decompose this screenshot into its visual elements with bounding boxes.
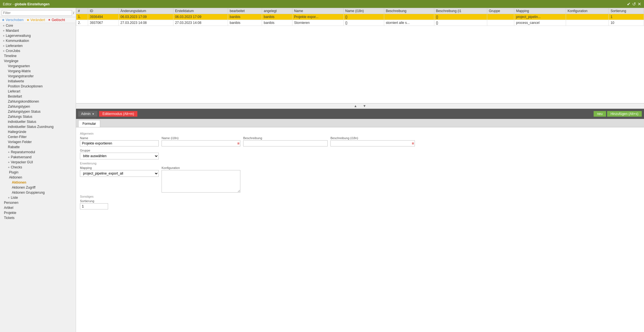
beschreibung18n-input-wrapper: ≡	[330, 140, 415, 146]
col-header-gruppe[interactable]: Gruppe	[487, 8, 514, 14]
info-icon[interactable]: i	[73, 11, 74, 15]
sidebar-item-bestellart[interactable]: Bestellart	[0, 94, 76, 99]
section-erweiterung: Erweiterung	[80, 162, 640, 165]
table-cell: 06.03.2023 17:09	[173, 14, 228, 20]
col-header-mapping[interactable]: Mapping	[514, 8, 566, 14]
dropdown-arrow-icon: ▼	[92, 112, 95, 116]
filter-bar: i	[0, 9, 76, 17]
mapping-select[interactable]: project_pipeline_export_all	[80, 170, 159, 177]
gruppe-select[interactable]: bitte auswählen	[80, 153, 159, 159]
sidebar-item-vorlagen-felder[interactable]: Vorlagen Felder	[0, 139, 76, 144]
section-allgemein: Allgemein	[80, 132, 640, 135]
sidebar-item-kommunikation[interactable]: +Kommunikation	[0, 38, 76, 43]
refresh-icon[interactable]: ↺	[632, 1, 636, 7]
table-cell: banibis	[228, 20, 262, 26]
close-icon[interactable]: ✕	[638, 1, 641, 7]
sidebar-item-paketversand[interactable]: +Paketversand	[0, 155, 76, 160]
table-row[interactable]: 1.393649406.03.2023 17:0906.03.2023 17:0…	[76, 14, 644, 20]
confirm-icon[interactable]: ✔	[627, 1, 630, 7]
sidebar-item-label: Aktionen Zugriff	[12, 186, 35, 189]
plus-icon: +	[8, 161, 10, 164]
filter-input[interactable]	[2, 10, 72, 16]
sidebar-item-projekte[interactable]: Projekte	[0, 210, 76, 215]
sidebar-item-rabatte[interactable]: Rabatte	[0, 144, 76, 150]
window-title: Editor - globale Einstellungen	[3, 2, 50, 6]
sidebar-item-position-druckoptionen[interactable]: Position Druckoptionen	[0, 84, 76, 89]
sidebar-item-lieferart[interactable]: Lieferart	[0, 89, 76, 94]
table-cell: 2.	[76, 20, 88, 26]
sidebar-item-individueller-status[interactable]: individueller Status	[0, 119, 76, 124]
hinzufuegen-button[interactable]: Hinzufügen (Alt+s)	[607, 111, 642, 117]
sidebar-item-timeline[interactable]: Timeline	[0, 53, 76, 58]
sidebar-item-vorgangstransfer[interactable]: Vorgangstransfer	[0, 74, 76, 79]
sidebar-item-center-filter[interactable]: Center-Filter	[0, 134, 76, 139]
sidebar-item-verpacker-gui[interactable]: +Verpacker GUI	[0, 160, 76, 165]
col-header-änderungsdatum[interactable]: Änderungsdatum	[118, 8, 173, 14]
sidebar-item-aktionen[interactable]: Aktionen	[0, 180, 76, 185]
sidebar-item-reparaturmodul[interactable]: +Reparaturmodul	[0, 150, 76, 155]
sortierung-input[interactable]	[80, 203, 108, 209]
admin-label: Admin	[81, 112, 91, 116]
col-header-bearbeitet[interactable]: bearbeitet	[228, 8, 262, 14]
col-header-#[interactable]: #	[76, 8, 88, 14]
col-header-name-(i18n)[interactable]: Name (i18n)	[343, 8, 384, 14]
sidebar-item-core[interactable]: +Core	[0, 23, 76, 28]
sidebar-item-zahlungskonditionen[interactable]: Zahlungskonditionen	[0, 99, 76, 104]
sidebar-item-lieferanten[interactable]: +Lieferanten	[0, 43, 76, 48]
sidebar-item-label: individueller Status Zuordnung	[8, 125, 53, 129]
sidebar-item-aktionen-gruppierung[interactable]: Aktionen Gruppierung	[0, 190, 76, 195]
scroll-up-icon[interactable]: ▲	[354, 104, 357, 108]
col-header-erstelldatum[interactable]: Erstelldatum	[173, 8, 228, 14]
sidebar-item-aktionen-zugriff[interactable]: Aktionen Zugriff	[0, 185, 76, 190]
sidebar-item-zahlungstypen-status[interactable]: Zahlungstypen Status	[0, 109, 76, 114]
legend-deleted: ✶ Gelöscht	[48, 18, 65, 22]
sidebar-item-zahlungstypen[interactable]: Zahlungstypen	[0, 104, 76, 109]
scroll-down-icon[interactable]: ▼	[363, 104, 366, 108]
tab-formular[interactable]: Formular	[78, 120, 100, 127]
table-row[interactable]: 2.393706727.03.2023 14:0827.03.2023 14:0…	[76, 20, 644, 26]
sidebar-item-haltegruende[interactable]: Haltegründe	[0, 129, 76, 134]
form-content: Allgemein Name Name (i18n) ≡ Bes	[76, 127, 644, 332]
sidebar-item-cronjobs[interactable]: +CronJobs	[0, 48, 76, 53]
col-header-beschreibung[interactable]: Beschreibung	[384, 8, 434, 14]
beschreibung18n-input[interactable]	[330, 140, 415, 146]
neu-button[interactable]: neu	[594, 111, 606, 117]
table-cell: 27.03.2023 14:08	[173, 20, 228, 26]
col-header-sortierung[interactable]: Sortierung	[609, 8, 644, 14]
sidebar-item-zahlungs-status[interactable]: Zahlungs Status	[0, 114, 76, 119]
sidebar-item-checks[interactable]: +Checks	[0, 165, 76, 170]
col-header-konfiguration[interactable]: Konfiguration	[566, 8, 609, 14]
col-header-name[interactable]: Name	[292, 8, 343, 14]
plus-icon: +	[3, 49, 5, 53]
sidebar-item-tickets[interactable]: Tickets	[0, 215, 76, 220]
beschreibung18n-group: Beschreibung (i18n) ≡	[330, 136, 415, 146]
col-header-angelegt[interactable]: angelegt	[262, 8, 292, 14]
col-header-beschreibung-(i1[interactable]: Beschreibung (i1	[434, 8, 487, 14]
table-cell	[487, 14, 514, 20]
sidebar-item-label: CronJobs	[6, 49, 20, 53]
sidebar-item-label: Paketversand	[11, 155, 31, 159]
data-table: #IDÄnderungsdatumErstelldatumbearbeiteta…	[76, 8, 644, 26]
edit-mode-button[interactable]: Editiermodus (Alt+m)	[99, 111, 137, 117]
sidebar-item-individueller-status-zuordnung[interactable]: individueller Status Zuordnung	[0, 124, 76, 129]
sidebar-item-mandant[interactable]: +Mandant	[0, 28, 76, 33]
sidebar-item-vorgang-matrix[interactable]: Vorgang-Matrix	[0, 69, 76, 74]
sidebar-item-liste[interactable]: +Liste	[0, 195, 76, 200]
konfiguration-textarea[interactable]	[162, 170, 240, 193]
table-cell: 10	[609, 20, 644, 26]
sidebar-item-plugin[interactable]: Plugin	[0, 170, 76, 175]
name18n-input[interactable]	[162, 140, 240, 146]
sidebar-item-artikel[interactable]: Artikel	[0, 205, 76, 210]
admin-button[interactable]: Admin ▼	[78, 111, 97, 117]
sidebar-item-lagerverwaltung[interactable]: +Lagerverwaltung	[0, 33, 76, 38]
sidebar-item-vorgangsarten[interactable]: Vorgangsarten	[0, 64, 76, 69]
beschreibung-input[interactable]	[243, 140, 328, 146]
name-input[interactable]	[80, 140, 159, 146]
title-bar: Editor - globale Einstellungen ✔ ↺ ✕	[0, 0, 644, 8]
sidebar-item-label: Vorgangsarten	[8, 64, 30, 68]
sidebar-item-personen[interactable]: Personen	[0, 200, 76, 205]
sidebar-item-initialwerte[interactable]: Initialwerte	[0, 79, 76, 84]
col-header-id[interactable]: ID	[88, 8, 118, 14]
sidebar-item-aktionen[interactable]: Aktionen	[0, 175, 76, 180]
sidebar-item-vorgaenge[interactable]: Vorgänge	[0, 58, 76, 64]
